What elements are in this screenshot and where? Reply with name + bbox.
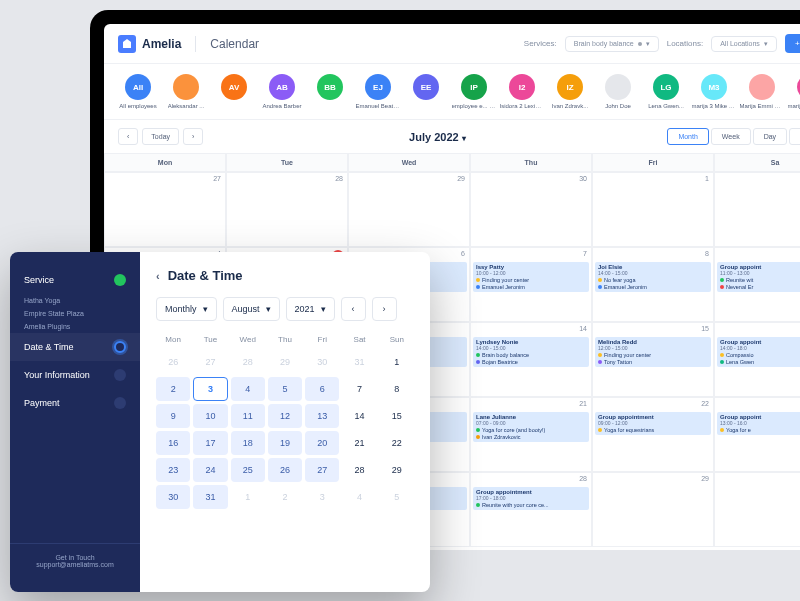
mini-day[interactable]: 31 (193, 485, 227, 509)
mini-next[interactable]: › (372, 297, 397, 321)
view-tab-day[interactable]: Day (753, 128, 787, 145)
brand-logo[interactable] (118, 35, 136, 53)
mini-day[interactable]: 30 (156, 485, 190, 509)
calendar-cell[interactable]: 27 (104, 172, 226, 247)
employee-chip[interactable]: M3marija 3 Mike Sober (694, 74, 734, 109)
calendar-event[interactable]: Issy Patty10:00 - 12:00Finding your cent… (473, 262, 589, 292)
employee-chip[interactable]: John Doe (598, 74, 638, 109)
calendar-cell[interactable]: 29 (592, 472, 714, 547)
calendar-event[interactable]: Joi Elsie14:00 - 15:00No fear yogaEmanue… (595, 262, 711, 292)
calendar-cell[interactable]: 28 (226, 172, 348, 247)
calendar-cell[interactable]: 8Joi Elsie14:00 - 15:00No fear yogaEmanu… (592, 247, 714, 322)
calendar-cell[interactable]: 1 (592, 172, 714, 247)
employee-chip[interactable]: IPemployee e... Emily Erne (454, 74, 494, 109)
calendar-event[interactable]: Group appointment17:00 - 18:00Reunite wi… (473, 487, 589, 510)
calendar-cell[interactable]: 22Group appointment09:00 - 12:00Yoga for… (592, 397, 714, 472)
back-icon[interactable]: ‹ (156, 270, 160, 282)
calendar-cell[interactable]: 30 (714, 472, 800, 547)
footer-email[interactable]: support@ameliatms.com (24, 561, 126, 568)
calendar-cell[interactable]: 28Group appointment17:00 - 18:00Reunite … (470, 472, 592, 547)
mini-day[interactable]: 21 (342, 431, 376, 455)
calendar-event[interactable]: Lane Julianne07:00 - 09:00Yoga for core … (473, 412, 589, 442)
employee-chip[interactable]: Marija Emmi Marija Tess (742, 74, 782, 109)
step-datetime[interactable]: Date & Time (10, 333, 140, 361)
employee-chip[interactable]: AllAll employees (118, 74, 158, 109)
calendar-cell[interactable]: 2 (714, 172, 800, 247)
mini-prev[interactable]: ‹ (341, 297, 366, 321)
next-button[interactable]: › (183, 128, 203, 145)
calendar-cell[interactable]: 9Group appoint11:00 - 13:00Reunite witNe… (714, 247, 800, 322)
mini-day[interactable]: 22 (380, 431, 414, 455)
prev-button[interactable]: ‹ (118, 128, 138, 145)
year-select[interactable]: 2021▾ (286, 297, 335, 321)
mini-day[interactable]: 8 (380, 377, 414, 401)
mini-day[interactable]: 28 (342, 458, 376, 482)
calendar-cell[interactable]: 14Lyndsey Nonie14:00 - 15:00Brain body b… (470, 322, 592, 397)
mini-day[interactable]: 25 (231, 458, 265, 482)
mini-day[interactable]: 24 (193, 458, 227, 482)
employee-chip[interactable]: ABAndrea Barber (262, 74, 302, 109)
view-tab-list[interactable]: List (789, 128, 800, 145)
today-button[interactable]: Today (142, 128, 179, 145)
mini-day[interactable]: 9 (156, 404, 190, 428)
mini-day[interactable]: 2 (156, 377, 190, 401)
mini-day[interactable]: 20 (305, 431, 339, 455)
calendar-event[interactable]: Group appointment09:00 - 12:00Yoga for e… (595, 412, 711, 435)
calendar-cell[interactable]: 21Lane Julianne07:00 - 09:00Yoga for cor… (470, 397, 592, 472)
locations-filter[interactable]: All Locations▾ (711, 36, 777, 52)
mini-day[interactable]: 13 (305, 404, 339, 428)
calendar-event[interactable]: Group appoint14:00 - 18:0CompassioLena G… (717, 337, 800, 367)
mini-day[interactable]: 3 (193, 377, 227, 401)
calendar-cell[interactable]: 15Melinda Redd12:00 - 15:00Finding your … (592, 322, 714, 397)
mini-day[interactable]: 4 (231, 377, 265, 401)
mini-day[interactable]: 1 (380, 350, 414, 374)
step-information[interactable]: Your Information (10, 361, 140, 389)
employee-strip[interactable]: AllAll employeesAleksandar ...AVABAndrea… (104, 64, 800, 120)
calendar-cell[interactable]: 29 (348, 172, 470, 247)
mini-day[interactable]: 5 (268, 377, 302, 401)
new-button[interactable]: + Ne (785, 34, 800, 53)
mini-day[interactable]: 11 (231, 404, 265, 428)
employee-chip[interactable]: AV (214, 74, 254, 109)
mini-day[interactable]: 14 (342, 404, 376, 428)
mini-day[interactable]: 26 (268, 458, 302, 482)
mini-day[interactable]: 19 (268, 431, 302, 455)
mini-day[interactable]: 10 (193, 404, 227, 428)
step-payment[interactable]: Payment (10, 389, 140, 417)
mini-day[interactable]: 15 (380, 404, 414, 428)
calendar-event[interactable]: Group appoint13:00 - 16:0Yoga for e (717, 412, 800, 435)
mini-day[interactable]: 6 (305, 377, 339, 401)
step-service[interactable]: Service (10, 266, 140, 294)
date-number: 22 (701, 400, 709, 407)
mini-day[interactable]: 23 (156, 458, 190, 482)
employee-chip[interactable]: EE (406, 74, 446, 109)
services-filter[interactable]: Brain body balance▾ (565, 36, 659, 52)
employee-chip[interactable]: I2Isidora 2 Lexie Erne (502, 74, 542, 109)
mini-day[interactable]: 29 (380, 458, 414, 482)
mini-day[interactable]: 18 (231, 431, 265, 455)
calendar-event[interactable]: Melinda Redd12:00 - 15:00Finding your ce… (595, 337, 711, 367)
employee-chip[interactable]: Aleksandar ... (166, 74, 206, 109)
calendar-cell[interactable]: 7Issy Patty10:00 - 12:00Finding your cen… (470, 247, 592, 322)
employee-chip[interactable]: MTmarija test Moys Tebroy (790, 74, 800, 109)
mini-day[interactable]: 17 (193, 431, 227, 455)
services-label: Services: (524, 39, 557, 48)
month-select[interactable]: August▾ (223, 297, 280, 321)
employee-chip[interactable]: LGLena Gwen... (646, 74, 686, 109)
mini-day[interactable]: 12 (268, 404, 302, 428)
view-tab-week[interactable]: Week (711, 128, 751, 145)
frequency-select[interactable]: Monthly▾ (156, 297, 217, 321)
calendar-cell[interactable]: 16Group appoint14:00 - 18:0CompassioLena… (714, 322, 800, 397)
employee-chip[interactable]: BB (310, 74, 350, 109)
mini-day[interactable]: 16 (156, 431, 190, 455)
calendar-cell[interactable]: 23Group appoint13:00 - 16:0Yoga for e (714, 397, 800, 472)
mini-day[interactable]: 7 (342, 377, 376, 401)
calendar-event[interactable]: Group appoint11:00 - 13:00Reunite witNev… (717, 262, 800, 292)
calendar-cell[interactable]: 30 (470, 172, 592, 247)
mini-day[interactable]: 27 (305, 458, 339, 482)
calendar-event[interactable]: Lyndsey Nonie14:00 - 15:00Brain body bal… (473, 337, 589, 367)
view-tab-month[interactable]: Month (667, 128, 708, 145)
employee-chip[interactable]: IZIvan Zdravk... (550, 74, 590, 109)
month-title[interactable]: July 2022 ▾ (409, 131, 466, 143)
employee-chip[interactable]: EJEmanuel Beatrice (358, 74, 398, 109)
